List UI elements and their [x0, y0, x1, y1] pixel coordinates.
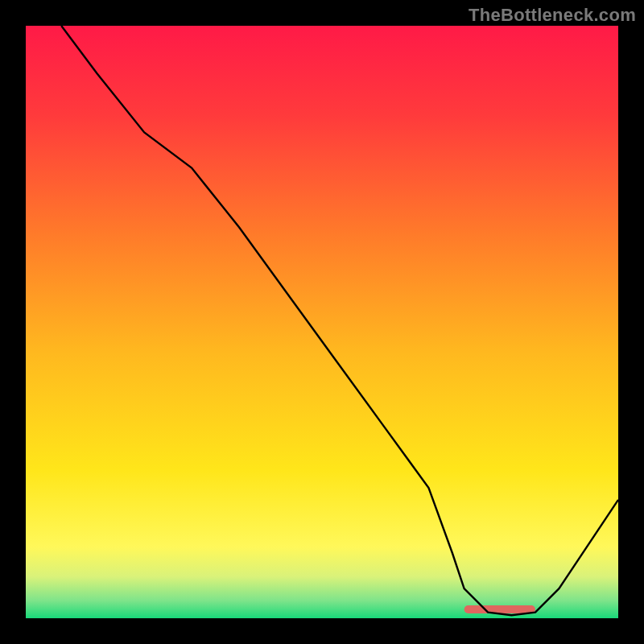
watermark-text: TheBottleneck.com: [469, 5, 636, 26]
bottleneck-chart: [0, 0, 644, 644]
optimal-band: [464, 605, 535, 613]
plot-background: [26, 26, 618, 618]
